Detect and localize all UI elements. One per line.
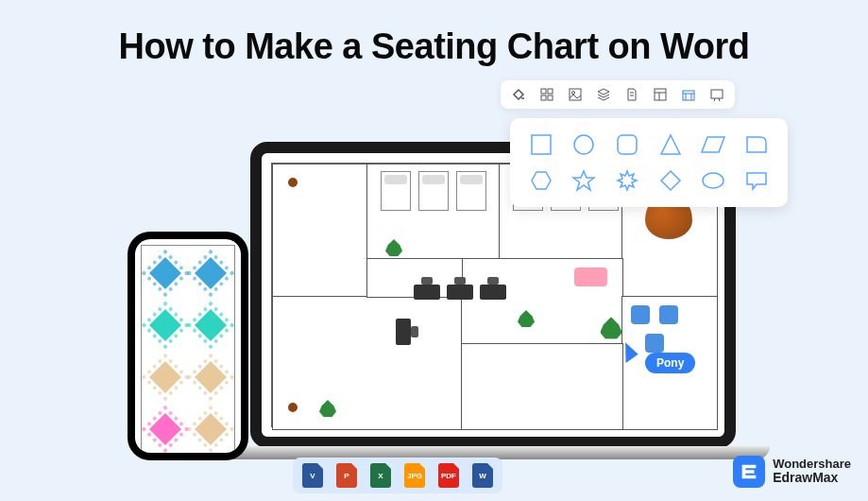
svg-rect-4 xyxy=(570,89,581,100)
svg-rect-7 xyxy=(683,91,694,100)
room xyxy=(461,343,623,430)
components-icon[interactable] xyxy=(538,86,555,103)
svg-rect-11 xyxy=(618,135,637,154)
svg-rect-2 xyxy=(541,95,546,100)
desk[interactable] xyxy=(396,319,411,345)
svg-rect-6 xyxy=(655,89,666,100)
export-format-bar: V P X JPG PDF W xyxy=(293,458,502,493)
shape-hexagon[interactable] xyxy=(526,167,556,194)
export-pdf-button[interactable]: PDF xyxy=(438,463,459,488)
seating-grid xyxy=(141,245,235,453)
page-title: How to Make a Seating Chart on Word xyxy=(0,0,868,67)
brand-logo-block: Wondershare EdrawMax xyxy=(733,456,851,488)
chair[interactable] xyxy=(631,305,650,324)
top-toolbar xyxy=(501,80,735,109)
shape-parallelogram[interactable] xyxy=(698,131,728,158)
layers-icon[interactable] xyxy=(595,86,612,103)
export-word-button[interactable]: W xyxy=(472,463,493,488)
layout-icon[interactable] xyxy=(652,86,669,103)
export-visio-button[interactable]: V xyxy=(302,463,323,488)
seat-group[interactable] xyxy=(145,302,185,348)
room xyxy=(272,164,368,298)
svg-rect-3 xyxy=(548,95,553,100)
export-excel-button[interactable]: X xyxy=(370,463,391,488)
brand-name-bottom: EdrawMax xyxy=(773,471,851,485)
svg-rect-1 xyxy=(548,89,553,94)
seat-group[interactable] xyxy=(145,406,185,452)
svg-point-10 xyxy=(574,135,593,154)
present-icon[interactable] xyxy=(708,86,725,103)
bed[interactable] xyxy=(456,171,486,211)
shape-diamond[interactable] xyxy=(655,167,686,194)
seat-group[interactable] xyxy=(191,302,230,348)
shape-burst[interactable] xyxy=(612,167,642,194)
svg-point-5 xyxy=(572,92,575,95)
seat-group[interactable] xyxy=(191,406,230,452)
room xyxy=(272,296,463,430)
seat-group[interactable] xyxy=(191,354,230,400)
shape-speech[interactable] xyxy=(741,167,772,194)
shape-triangle[interactable] xyxy=(655,131,686,158)
bed[interactable] xyxy=(418,171,449,211)
svg-rect-9 xyxy=(532,135,551,154)
shapes-icon[interactable] xyxy=(680,86,697,103)
collaborator-name-badge: Pony xyxy=(645,353,695,373)
shape-ellipse[interactable] xyxy=(698,167,728,194)
shape-square[interactable] xyxy=(526,131,556,158)
svg-point-12 xyxy=(703,173,723,188)
sofa[interactable] xyxy=(574,268,607,286)
shape-tab[interactable] xyxy=(741,131,772,158)
bed[interactable] xyxy=(381,171,411,211)
edrawmax-logo-icon xyxy=(733,456,765,488)
shape-rounded-square[interactable] xyxy=(612,131,642,158)
desk[interactable] xyxy=(480,285,506,300)
image-icon[interactable] xyxy=(567,86,584,103)
shape-star[interactable] xyxy=(569,167,599,194)
chair[interactable] xyxy=(645,334,664,353)
shape-picker-panel xyxy=(510,118,788,207)
page-icon[interactable] xyxy=(623,86,640,103)
seat-group[interactable] xyxy=(145,250,185,296)
export-powerpoint-button[interactable]: P xyxy=(336,463,357,488)
phone-mockup xyxy=(128,232,248,460)
seat-group[interactable] xyxy=(191,250,230,296)
desk[interactable] xyxy=(447,285,473,300)
chair[interactable] xyxy=(659,305,678,324)
desk[interactable] xyxy=(414,285,440,300)
export-jpg-button[interactable]: JPG xyxy=(404,463,425,488)
seat-group[interactable] xyxy=(145,354,185,400)
shape-circle[interactable] xyxy=(569,131,599,158)
phone-screen xyxy=(135,239,241,453)
svg-rect-0 xyxy=(541,89,546,94)
brand-name-top: Wondershare xyxy=(773,458,851,471)
svg-rect-8 xyxy=(711,90,723,98)
fill-icon[interactable] xyxy=(510,86,527,103)
